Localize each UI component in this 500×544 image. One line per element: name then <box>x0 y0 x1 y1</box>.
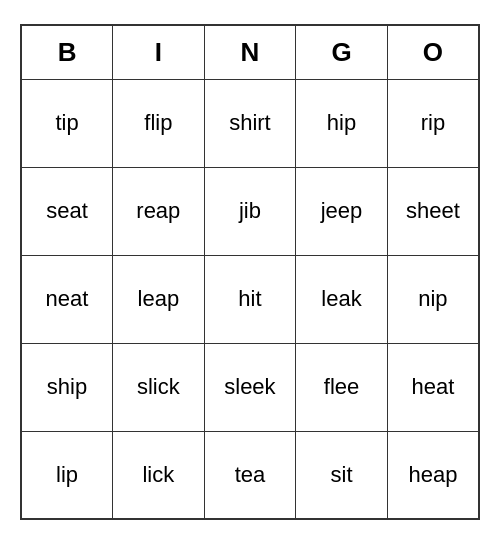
cell-r3-c1: slick <box>113 343 205 431</box>
cell-r2-c1: leap <box>113 255 205 343</box>
cell-r2-c2: hit <box>204 255 296 343</box>
cell-r3-c0: ship <box>21 343 113 431</box>
header-col-n: N <box>204 25 296 79</box>
cell-r0-c3: hip <box>296 79 388 167</box>
cell-r4-c4: heap <box>387 431 479 519</box>
cell-r1-c4: sheet <box>387 167 479 255</box>
cell-r3-c3: flee <box>296 343 388 431</box>
header-col-i: I <box>113 25 205 79</box>
cell-r4-c1: lick <box>113 431 205 519</box>
table-row: shipslicksleekfleeheat <box>21 343 479 431</box>
cell-r3-c4: heat <box>387 343 479 431</box>
cell-r2-c0: neat <box>21 255 113 343</box>
cell-r4-c3: sit <box>296 431 388 519</box>
cell-r1-c3: jeep <box>296 167 388 255</box>
header-col-b: B <box>21 25 113 79</box>
table-row: seatreapjibjeepsheet <box>21 167 479 255</box>
header-row: BINGO <box>21 25 479 79</box>
cell-r2-c4: nip <box>387 255 479 343</box>
cell-r0-c1: flip <box>113 79 205 167</box>
header-col-o: O <box>387 25 479 79</box>
cell-r0-c0: tip <box>21 79 113 167</box>
cell-r1-c1: reap <box>113 167 205 255</box>
table-row: tipflipshirthiprip <box>21 79 479 167</box>
cell-r0-c2: shirt <box>204 79 296 167</box>
cell-r1-c2: jib <box>204 167 296 255</box>
cell-r3-c2: sleek <box>204 343 296 431</box>
table-row: neatleaphitleaknip <box>21 255 479 343</box>
cell-r2-c3: leak <box>296 255 388 343</box>
header-col-g: G <box>296 25 388 79</box>
cell-r4-c0: lip <box>21 431 113 519</box>
table-row: liplickteasitheap <box>21 431 479 519</box>
cell-r1-c0: seat <box>21 167 113 255</box>
cell-r0-c4: rip <box>387 79 479 167</box>
cell-r4-c2: tea <box>204 431 296 519</box>
bingo-card: BINGO tipflipshirthipripseatreapjibjeeps… <box>20 24 480 520</box>
